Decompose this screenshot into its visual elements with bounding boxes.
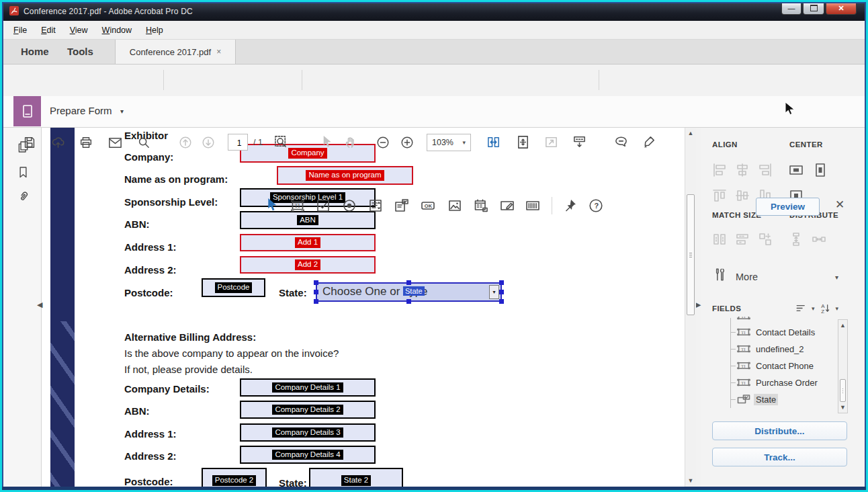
comment-icon[interactable]: [613, 134, 629, 150]
field-list-item[interactable]: Contact Details: [725, 325, 817, 339]
list-scroll-down-icon[interactable]: ▼: [838, 404, 847, 411]
field-list-item[interactable]: undefined_2: [725, 341, 806, 356]
hand-tool-icon[interactable]: [343, 134, 359, 150]
match-width-icon[interactable]: [711, 231, 728, 247]
form-field-address-1[interactable]: Add 1: [240, 234, 376, 251]
distribute-horizontal-icon[interactable]: [811, 231, 827, 247]
save-icon[interactable]: [22, 135, 37, 150]
align-right-icon[interactable]: [757, 162, 773, 178]
form-field-abn[interactable]: ABN: [240, 211, 376, 229]
close-window-button[interactable]: ✕: [826, 2, 857, 15]
align-left-icon[interactable]: [711, 162, 728, 178]
zoom-out-icon[interactable]: [376, 135, 390, 150]
distribute-vertical-icon[interactable]: [788, 231, 804, 247]
list-scrollbar-thumb[interactable]: [840, 379, 846, 402]
next-page-icon[interactable]: [201, 135, 216, 150]
zoom-level-select[interactable]: 103% ▾: [427, 134, 471, 151]
align-top-icon[interactable]: [711, 188, 728, 204]
prepare-form-title[interactable]: Prepare Form: [50, 105, 112, 116]
form-field-company-details-2[interactable]: Company Details 2: [240, 401, 376, 419]
menu-help[interactable]: Help: [146, 26, 163, 35]
distribute-button[interactable]: Distribute...: [712, 421, 847, 440]
date-field-tool-icon[interactable]: [473, 198, 489, 214]
button-tool-icon[interactable]: [420, 198, 436, 214]
attachments-icon[interactable]: [16, 190, 30, 204]
form-field-name-on-program[interactable]: Name as on program: [277, 166, 413, 185]
form-select-tool-icon[interactable]: [263, 197, 280, 214]
signature-field-tool-icon[interactable]: [499, 198, 515, 214]
collapse-left-pane-icon[interactable]: ◀: [37, 300, 42, 309]
dropdown-tool-icon[interactable]: [394, 198, 410, 214]
list-box-tool-icon[interactable]: [367, 198, 384, 214]
track-button[interactable]: Track...: [712, 448, 847, 466]
form-field-company-details-1[interactable]: Company Details 1: [240, 378, 376, 397]
zoom-in-icon[interactable]: [400, 135, 415, 150]
menu-edit[interactable]: Edit: [41, 26, 56, 35]
field-list-item-partial[interactable]: [725, 317, 754, 323]
marquee-zoom-icon[interactable]: [273, 134, 289, 150]
scrolling-mode-icon[interactable]: [486, 134, 501, 150]
image-field-tool-icon[interactable]: [447, 198, 463, 214]
sort-alpha-caret-icon[interactable]: ▾: [836, 305, 839, 312]
sort-order-caret-icon[interactable]: ▾: [812, 305, 815, 312]
barcode-tool-icon[interactable]: [525, 198, 541, 214]
maximize-button[interactable]: [803, 2, 824, 15]
menu-file[interactable]: File: [13, 26, 27, 35]
match-height-icon[interactable]: [734, 231, 750, 247]
align-center-icon[interactable]: [734, 162, 750, 178]
form-field-state-2[interactable]: State 2: [309, 468, 403, 487]
form-field-postcode[interactable]: Postcode: [202, 278, 265, 297]
list-scroll-up-icon[interactable]: ▲: [838, 322, 847, 329]
menu-view[interactable]: View: [70, 26, 88, 35]
scrollbar-thumb[interactable]: [687, 194, 695, 315]
center-vertical-icon[interactable]: [812, 162, 828, 178]
state-dropdown-arrow[interactable]: ▾: [489, 285, 499, 299]
sort-alpha-icon[interactable]: [819, 302, 832, 315]
field-list-item[interactable]: Purchase Order: [725, 375, 820, 390]
center-horizontal-icon[interactable]: [788, 162, 804, 178]
form-field-postcode-2[interactable]: Postcode 2: [202, 468, 267, 487]
align-middle-icon[interactable]: [734, 188, 750, 204]
form-field-address-2[interactable]: Add 2: [240, 256, 376, 274]
fit-page-icon[interactable]: [515, 134, 531, 150]
close-prepare-form-icon[interactable]: ✕: [835, 198, 844, 212]
more-tools-icon[interactable]: [711, 267, 727, 282]
checkbox-tool-icon[interactable]: [315, 198, 331, 214]
minimize-button[interactable]: —: [781, 2, 801, 15]
field-list-item[interactable]: Contact Phone: [725, 358, 816, 373]
upload-cloud-icon[interactable]: [50, 134, 66, 150]
highlighter-icon[interactable]: [642, 134, 657, 150]
sort-order-icon[interactable]: [795, 302, 808, 315]
scroll-up-icon[interactable]: ▲: [685, 130, 696, 136]
tab-document[interactable]: Conference 2017.pdf ×: [115, 40, 236, 64]
tab-home[interactable]: Home: [21, 46, 49, 57]
form-field-company-details-4[interactable]: Company Details 4: [240, 446, 376, 464]
expand-right-pane-icon[interactable]: ▶: [695, 300, 701, 309]
form-help-icon[interactable]: [588, 198, 604, 214]
previous-page-icon[interactable]: [178, 135, 193, 150]
tab-tools[interactable]: Tools: [67, 46, 93, 57]
form-field-company-details-3[interactable]: Company Details 3: [240, 423, 376, 442]
fields-list-scrollbar[interactable]: ▲ ▼: [838, 319, 848, 413]
menu-window[interactable]: Window: [102, 26, 132, 35]
email-icon[interactable]: [107, 135, 123, 151]
print-icon[interactable]: [79, 135, 93, 150]
search-icon[interactable]: [136, 135, 151, 150]
page-number-input[interactable]: [228, 134, 250, 151]
read-mode-icon[interactable]: [572, 134, 587, 150]
more-label[interactable]: More: [736, 272, 758, 282]
field-list-item-state[interactable]: State: [725, 392, 778, 407]
document-scrollbar[interactable]: ▲ ▼: [685, 127, 696, 487]
preview-button[interactable]: Preview: [756, 198, 820, 216]
bookmarks-icon[interactable]: [16, 165, 30, 179]
match-both-icon[interactable]: [757, 231, 773, 247]
tab-close-icon[interactable]: ×: [216, 47, 221, 56]
keep-tool-selected-pin-icon[interactable]: [562, 198, 578, 214]
fullscreen-icon[interactable]: [544, 134, 559, 150]
select-tool-icon[interactable]: [319, 134, 335, 150]
scroll-down-icon[interactable]: ▼: [685, 477, 696, 484]
form-field-state-dropdown[interactable]: Choose One or Type State ▾: [316, 282, 502, 302]
radio-button-tool-icon[interactable]: [341, 198, 357, 214]
text-field-tool-icon[interactable]: [290, 198, 306, 214]
more-caret-icon[interactable]: ▾: [835, 274, 838, 281]
